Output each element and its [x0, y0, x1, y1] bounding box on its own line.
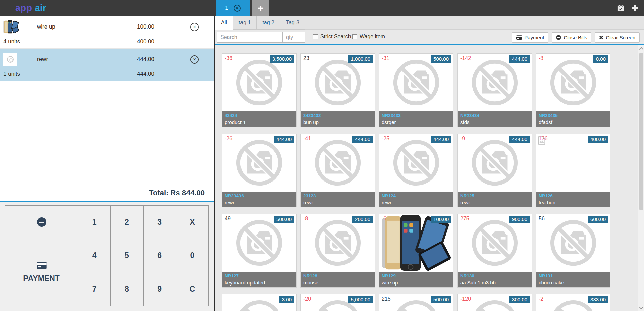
clear-screen-button[interactable]: Clear Screen [595, 32, 640, 43]
numpad-key-6[interactable]: 6 [143, 239, 176, 272]
minus-circle-icon [37, 217, 46, 227]
product-tile[interactable]: 49 500.00 NR127 keyboard updated [222, 214, 297, 288]
product-name: wire up [382, 279, 450, 286]
numpad-key-4[interactable]: 4 [78, 239, 110, 272]
scrollbar-up-arrow-icon[interactable] [639, 47, 643, 51]
calendar-check-icon[interactable] [617, 4, 625, 12]
product-tile[interactable]: -25 444.00 NR124 rewr [379, 134, 453, 207]
product-code: NR124 [382, 193, 450, 199]
product-tile[interactable]: -26 444.00 NR23436 rewr [222, 134, 297, 207]
product-tile[interactable]: -20 5,000.00 [300, 294, 375, 311]
product-tile[interactable]: -36 3,500.00 43424 product 1 [222, 53, 297, 127]
product-tile-footer: NR124 rewr [379, 192, 453, 207]
product-code: NR125 [460, 193, 529, 199]
cart-item-units: 4 units [0, 38, 101, 45]
no-image-placeholder-icon [311, 138, 364, 188]
product-tile[interactable]: -120 300.00 [457, 294, 532, 311]
credit-card-icon [516, 35, 522, 40]
scrollbar-down-arrow-icon[interactable] [639, 305, 643, 309]
app-logo-part1: app [15, 3, 32, 13]
checkbox-box-icon[interactable] [313, 34, 318, 39]
cart-item-row[interactable]: rewr 444.00 ✕ 1 units 444.00 [0, 49, 214, 81]
category-tab-tag-1[interactable]: tag 1 [233, 16, 257, 30]
product-tile-footer: NR23434 sfds [458, 111, 532, 127]
product-price-badge: 100.00 [431, 216, 451, 223]
product-tile[interactable]: -6 100.00 NR129 wire up [379, 214, 453, 288]
product-price-badge: 5,000.00 [348, 296, 373, 303]
cart-item-remove-button[interactable]: ✕ [190, 23, 199, 31]
cart-panel: wire up 100.00 ✕ 4 units 400.00 rewr 444… [0, 16, 214, 311]
product-tile-footer: NR126 tea bun [536, 192, 610, 207]
minus-key[interactable] [5, 205, 78, 239]
product-tile[interactable]: 23 1,000.00 3423432 bun up [300, 53, 375, 127]
category-tab-tag-2[interactable]: tag 2 [257, 16, 280, 30]
numpad-key-7[interactable]: 7 [78, 272, 110, 306]
product-tile[interactable]: -8 0.00 NR23435 dfadsf [536, 53, 610, 127]
product-tile[interactable]: -9 444.00 NR125 rewr [457, 134, 532, 207]
category-tab-all[interactable]: All [215, 16, 233, 30]
numpad-key-9[interactable]: 9 [143, 272, 176, 306]
clear-x-icon [599, 35, 603, 40]
product-code: NR126 [539, 193, 607, 199]
category-tab-tag-3[interactable]: Tag 3 [280, 16, 305, 30]
action-buttons: Payment Close Bills Clear Screen [512, 32, 640, 43]
search-input[interactable] [217, 32, 283, 43]
numpad-key-x[interactable]: X [176, 205, 208, 239]
product-stock-count: 136 [539, 136, 548, 142]
product-price-badge: 444.00 [509, 55, 530, 63]
numpad-key-5[interactable]: 5 [110, 239, 143, 272]
product-tile[interactable]: -41 444.00 23123 rewr [300, 134, 375, 207]
cart-item-row[interactable]: wire up 100.00 ✕ 4 units 400.00 [0, 16, 214, 49]
scrollbar-thumb[interactable] [639, 53, 643, 210]
bill-tab-close-icon[interactable]: ✕ [234, 5, 241, 12]
product-code: NR127 [225, 273, 293, 279]
vertical-scrollbar[interactable] [638, 45, 644, 311]
category-tab-strip: Alltag 1tag 2Tag 3 [215, 16, 644, 30]
product-tile-footer: NR23433 dsrqer [379, 111, 453, 127]
bill-tab-1[interactable]: 1 ✕ [216, 0, 250, 16]
product-tile[interactable]: 56 600.00 NR131 choco cake [536, 214, 610, 288]
product-tile[interactable]: 3.00 [222, 294, 297, 311]
no-image-placeholder-icon [390, 58, 443, 107]
product-tile[interactable]: 215 500.00 [379, 294, 453, 311]
cart-item-unit-price: 444.00 [101, 56, 154, 63]
product-code: 43424 [225, 113, 293, 118]
app-logo: appair [15, 3, 46, 13]
checkbox-box-icon[interactable] [352, 34, 357, 39]
close-bills-button[interactable]: Close Bills [552, 32, 591, 43]
product-tile[interactable]: -8 200.00 NR128 mouse [300, 214, 375, 288]
numpad-key-0[interactable]: 0 [176, 239, 208, 272]
close-bills-button-label: Close Bills [564, 35, 587, 40]
product-price-badge: 1,000.00 [348, 55, 373, 63]
product-code: NR23435 [539, 113, 607, 118]
add-bill-tab-button[interactable]: + [252, 0, 269, 16]
product-tile[interactable]: -2 333.00 [536, 294, 610, 311]
cart-item-remove-button[interactable]: ✕ [190, 55, 199, 64]
wage-item-checkbox[interactable]: Wage item [352, 34, 385, 40]
product-price-badge: 300.00 [509, 296, 530, 303]
numpad-key-3[interactable]: 3 [143, 205, 176, 239]
product-tile[interactable]: -31 500.00 NR23433 dsrqer [379, 53, 453, 127]
numpad-key-1[interactable]: 1 [78, 205, 110, 239]
strict-search-checkbox[interactable]: Strict Search [313, 34, 351, 40]
product-tile[interactable]: 275 900.00 NR130 aa Sub 1 m3 bb [457, 214, 532, 288]
no-image-placeholder-icon [233, 58, 286, 107]
product-code: NR130 [460, 273, 529, 279]
payment-key[interactable]: PAYMENT [5, 239, 78, 306]
cart-item-name: rewr [23, 56, 101, 63]
product-tile[interactable]: -142 444.00 NR23434 sfds [457, 53, 532, 127]
compress-icon[interactable] [631, 4, 639, 12]
strict-search-label: Strict Search [320, 34, 351, 40]
top-bar: appair 1 ✕ + [0, 0, 644, 16]
bill-tab-label: 1 [225, 5, 228, 11]
product-tile-footer: 23123 rewr [301, 192, 375, 207]
qty-input[interactable] [282, 32, 305, 43]
product-tile[interactable]: 136 400.00 NR126 tea bun [536, 134, 610, 207]
numpad-key-c[interactable]: C [176, 272, 208, 306]
product-stock-count: -6 [382, 216, 386, 222]
numpad-key-2[interactable]: 2 [110, 205, 143, 239]
cart-item-image [3, 20, 19, 34]
numpad-key-8[interactable]: 8 [110, 272, 143, 306]
payment-button[interactable]: Payment [512, 32, 548, 43]
product-tile-footer: NR23435 dfadsf [536, 111, 610, 127]
